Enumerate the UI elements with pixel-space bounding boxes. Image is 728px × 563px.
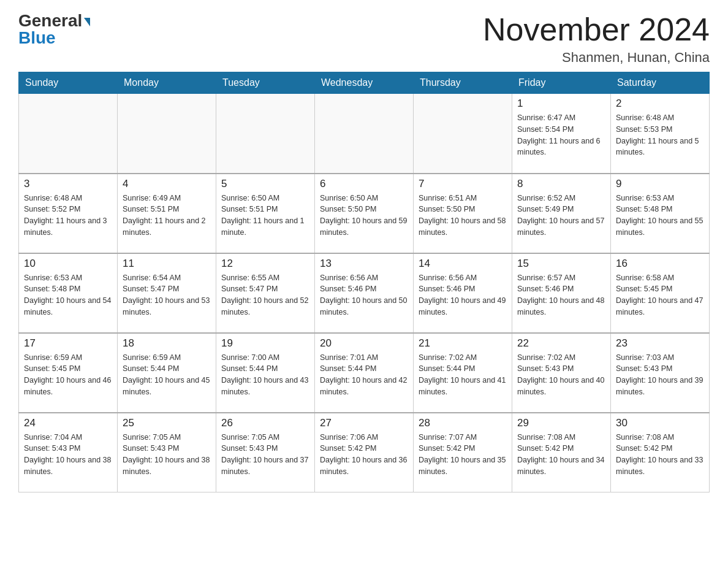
day-number: 23 xyxy=(616,337,704,350)
calendar-cell: 30Sunrise: 7:08 AMSunset: 5:42 PMDayligh… xyxy=(611,413,710,492)
day-number: 26 xyxy=(221,417,309,429)
calendar-cell xyxy=(19,94,118,174)
calendar-cell: 2Sunrise: 6:48 AMSunset: 5:53 PMDaylight… xyxy=(611,94,710,174)
calendar-cell: 21Sunrise: 7:02 AMSunset: 5:44 PMDayligh… xyxy=(414,333,512,413)
calendar-cell: 22Sunrise: 7:02 AMSunset: 5:43 PMDayligh… xyxy=(512,333,611,413)
calendar-cell xyxy=(118,94,216,174)
day-info: Sunrise: 7:06 AMSunset: 5:42 PMDaylight:… xyxy=(320,432,408,478)
calendar-cell: 7Sunrise: 6:51 AMSunset: 5:50 PMDaylight… xyxy=(414,174,512,253)
calendar-cell: 16Sunrise: 6:58 AMSunset: 5:45 PMDayligh… xyxy=(611,253,710,333)
day-info: Sunrise: 6:53 AMSunset: 5:48 PMDaylight:… xyxy=(24,272,112,318)
day-info: Sunrise: 7:07 AMSunset: 5:42 PMDaylight:… xyxy=(419,432,507,478)
day-number: 7 xyxy=(419,178,507,190)
calendar-cell: 18Sunrise: 6:59 AMSunset: 5:44 PMDayligh… xyxy=(118,333,216,413)
day-info: Sunrise: 7:02 AMSunset: 5:44 PMDaylight:… xyxy=(419,352,507,398)
calendar-week-row: 1Sunrise: 6:47 AMSunset: 5:54 PMDaylight… xyxy=(19,94,710,174)
day-number: 28 xyxy=(419,417,507,429)
day-info: Sunrise: 7:08 AMSunset: 5:42 PMDaylight:… xyxy=(616,432,704,478)
calendar-week-row: 24Sunrise: 7:04 AMSunset: 5:43 PMDayligh… xyxy=(19,413,710,492)
calendar-week-row: 10Sunrise: 6:53 AMSunset: 5:48 PMDayligh… xyxy=(19,253,710,333)
calendar-cell: 14Sunrise: 6:56 AMSunset: 5:46 PMDayligh… xyxy=(414,253,512,333)
day-number: 21 xyxy=(419,337,507,350)
calendar-cell: 23Sunrise: 7:03 AMSunset: 5:43 PMDayligh… xyxy=(611,333,710,413)
calendar-cell: 8Sunrise: 6:52 AMSunset: 5:49 PMDaylight… xyxy=(512,174,611,253)
day-number: 13 xyxy=(320,258,408,270)
day-number: 3 xyxy=(24,178,112,190)
calendar-cell: 11Sunrise: 6:54 AMSunset: 5:47 PMDayligh… xyxy=(118,253,216,333)
day-number: 29 xyxy=(517,417,605,429)
day-info: Sunrise: 7:03 AMSunset: 5:43 PMDaylight:… xyxy=(616,352,704,398)
calendar-cell: 27Sunrise: 7:06 AMSunset: 5:42 PMDayligh… xyxy=(315,413,414,492)
calendar-cell: 17Sunrise: 6:59 AMSunset: 5:45 PMDayligh… xyxy=(19,333,118,413)
calendar-cell: 15Sunrise: 6:57 AMSunset: 5:46 PMDayligh… xyxy=(512,253,611,333)
day-number: 4 xyxy=(123,178,211,190)
calendar-cell: 13Sunrise: 6:56 AMSunset: 5:46 PMDayligh… xyxy=(315,253,414,333)
day-number: 19 xyxy=(221,337,309,350)
calendar-table: SundayMondayTuesdayWednesdayThursdayFrid… xyxy=(18,72,710,492)
calendar-cell: 28Sunrise: 7:07 AMSunset: 5:42 PMDayligh… xyxy=(414,413,512,492)
day-number: 2 xyxy=(616,98,704,110)
logo: General Blue xyxy=(18,12,90,47)
calendar-cell: 4Sunrise: 6:49 AMSunset: 5:51 PMDaylight… xyxy=(118,174,216,253)
calendar-cell: 24Sunrise: 7:04 AMSunset: 5:43 PMDayligh… xyxy=(19,413,118,492)
day-number: 8 xyxy=(517,178,605,190)
logo-general-text: General xyxy=(18,12,90,29)
day-number: 25 xyxy=(123,417,211,429)
day-info: Sunrise: 7:04 AMSunset: 5:43 PMDaylight:… xyxy=(24,432,112,478)
calendar-cell: 29Sunrise: 7:08 AMSunset: 5:42 PMDayligh… xyxy=(512,413,611,492)
location-title: Shanmen, Hunan, China xyxy=(483,50,710,66)
weekday-header-thursday: Thursday xyxy=(414,72,512,94)
day-info: Sunrise: 6:56 AMSunset: 5:46 PMDaylight:… xyxy=(320,272,408,318)
weekday-header-saturday: Saturday xyxy=(611,72,710,94)
calendar-cell: 12Sunrise: 6:55 AMSunset: 5:47 PMDayligh… xyxy=(216,253,315,333)
day-info: Sunrise: 6:49 AMSunset: 5:51 PMDaylight:… xyxy=(123,193,211,239)
day-number: 12 xyxy=(221,258,309,270)
day-number: 11 xyxy=(123,258,211,270)
month-title: November 2024 xyxy=(483,12,710,47)
calendar-cell: 9Sunrise: 6:53 AMSunset: 5:48 PMDaylight… xyxy=(611,174,710,253)
day-number: 18 xyxy=(123,337,211,350)
calendar-cell: 19Sunrise: 7:00 AMSunset: 5:44 PMDayligh… xyxy=(216,333,315,413)
day-number: 20 xyxy=(320,337,408,350)
day-info: Sunrise: 6:53 AMSunset: 5:48 PMDaylight:… xyxy=(616,193,704,239)
day-info: Sunrise: 7:05 AMSunset: 5:43 PMDaylight:… xyxy=(221,432,309,478)
title-block: November 2024 Shanmen, Hunan, China xyxy=(483,12,710,66)
day-info: Sunrise: 7:02 AMSunset: 5:43 PMDaylight:… xyxy=(517,352,605,398)
day-number: 1 xyxy=(517,98,605,110)
day-info: Sunrise: 7:08 AMSunset: 5:42 PMDaylight:… xyxy=(517,432,605,478)
day-info: Sunrise: 7:01 AMSunset: 5:44 PMDaylight:… xyxy=(320,352,408,398)
calendar-cell: 25Sunrise: 7:05 AMSunset: 5:43 PMDayligh… xyxy=(118,413,216,492)
day-number: 17 xyxy=(24,337,112,350)
day-info: Sunrise: 6:50 AMSunset: 5:50 PMDaylight:… xyxy=(320,193,408,239)
day-number: 24 xyxy=(24,417,112,429)
calendar-cell: 3Sunrise: 6:48 AMSunset: 5:52 PMDaylight… xyxy=(19,174,118,253)
day-info: Sunrise: 6:48 AMSunset: 5:52 PMDaylight:… xyxy=(24,193,112,239)
day-number: 27 xyxy=(320,417,408,429)
day-info: Sunrise: 6:51 AMSunset: 5:50 PMDaylight:… xyxy=(419,193,507,239)
weekday-header-sunday: Sunday xyxy=(19,72,118,94)
calendar-cell xyxy=(315,94,414,174)
day-number: 22 xyxy=(517,337,605,350)
weekday-header-tuesday: Tuesday xyxy=(216,72,315,94)
calendar-cell: 6Sunrise: 6:50 AMSunset: 5:50 PMDaylight… xyxy=(315,174,414,253)
day-info: Sunrise: 7:05 AMSunset: 5:43 PMDaylight:… xyxy=(123,432,211,478)
calendar-header-row: SundayMondayTuesdayWednesdayThursdayFrid… xyxy=(19,72,710,94)
calendar-cell xyxy=(414,94,512,174)
weekday-header-monday: Monday xyxy=(118,72,216,94)
day-number: 6 xyxy=(320,178,408,190)
calendar-week-row: 3Sunrise: 6:48 AMSunset: 5:52 PMDaylight… xyxy=(19,174,710,253)
calendar-cell: 1Sunrise: 6:47 AMSunset: 5:54 PMDaylight… xyxy=(512,94,611,174)
weekday-header-friday: Friday xyxy=(512,72,611,94)
day-info: Sunrise: 6:57 AMSunset: 5:46 PMDaylight:… xyxy=(517,272,605,318)
calendar-week-row: 17Sunrise: 6:59 AMSunset: 5:45 PMDayligh… xyxy=(19,333,710,413)
day-number: 9 xyxy=(616,178,704,190)
day-info: Sunrise: 6:54 AMSunset: 5:47 PMDaylight:… xyxy=(123,272,211,318)
day-info: Sunrise: 6:59 AMSunset: 5:44 PMDaylight:… xyxy=(123,352,211,398)
day-info: Sunrise: 6:52 AMSunset: 5:49 PMDaylight:… xyxy=(517,193,605,239)
day-info: Sunrise: 6:56 AMSunset: 5:46 PMDaylight:… xyxy=(419,272,507,318)
day-number: 5 xyxy=(221,178,309,190)
calendar-cell: 10Sunrise: 6:53 AMSunset: 5:48 PMDayligh… xyxy=(19,253,118,333)
calendar-cell xyxy=(216,94,315,174)
day-number: 10 xyxy=(24,258,112,270)
page-header: General Blue November 2024 Shanmen, Huna… xyxy=(18,12,710,66)
